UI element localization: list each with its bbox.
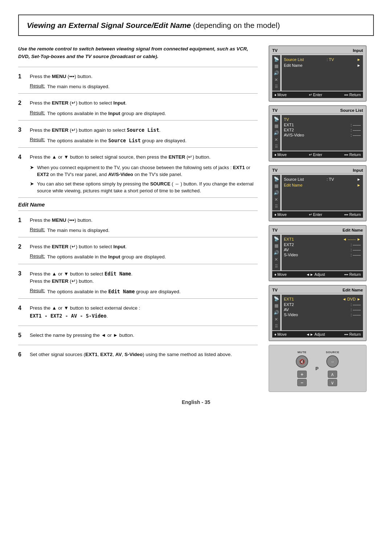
edit-step-3-text: Press the ▲ or ▼ button to select Edit N… — [30, 270, 258, 285]
tv1-edit-name-arrow: ► — [357, 63, 361, 68]
step-1-content: Press the MENU (▪▪▪) button. — [30, 73, 258, 82]
ch-down-button[interactable]: ∨ — [328, 379, 337, 386]
tv2-ext1-value: : ------ — [351, 123, 361, 127]
bullet-2: ➤ You can also set these options simply … — [30, 180, 258, 195]
result-label-3: Result: — [30, 137, 45, 144]
step-3-num: 3 — [18, 127, 26, 135]
edit-step-4-text: Press the ▲ or ▼ button to select extern… — [30, 305, 258, 320]
step-1-text: Press the MENU (▪▪▪) button. — [30, 73, 258, 80]
tv-screen-4-header: TV Edit Name — [272, 228, 363, 233]
step-3-result: Result: The options available in the Sou… — [30, 137, 258, 144]
divider-10 — [18, 326, 258, 326]
edit-step-1-result: Result: The main menu is displayed. — [30, 227, 258, 234]
edit-result-text-1: The main menu is displayed. — [47, 227, 110, 234]
edit-step-3-num: 3 — [18, 270, 26, 287]
tv-screen-4-footer: ♦ Move ◄► Adjust ▪▪▪ Return — [272, 271, 363, 278]
edit-step-1-text: Press the MENU (▪▪▪) button. — [30, 217, 258, 224]
ch-up-button[interactable]: ∧ — [328, 371, 337, 378]
divider-5 — [18, 197, 258, 198]
page-footer: English - 35 — [18, 399, 374, 405]
tv4-svideo-label: S-Video — [284, 253, 298, 257]
tv5-icon-speaker: 🔊 — [274, 310, 279, 315]
step-2-text: Press the ENTER (↵) button to select Inp… — [30, 99, 258, 107]
divider-1 — [18, 67, 258, 67]
tv3-source-list-value: : TV — [327, 177, 334, 181]
tv2-icon-speaker: 🔊 — [274, 130, 279, 135]
step-2-content: Press the ENTER (↵) button to select Inp… — [30, 99, 258, 108]
tv5-move: ♦ Move — [274, 332, 287, 336]
tv1-icon-speaker: 🔊 — [274, 70, 279, 75]
tv4-icon-x: ✕ — [274, 257, 278, 262]
vol-down-button[interactable]: − — [297, 379, 307, 386]
tv2-return: ▪▪▪ Return — [344, 152, 361, 157]
tv1-return: ▪▪▪ Return — [344, 93, 361, 97]
page: Viewing an External Signal Source/Edit N… — [0, 0, 392, 535]
mute-label: MUTE — [298, 351, 307, 354]
tv2-av-value: : ------ — [351, 133, 361, 137]
tv-screen-4-right: Edit Name — [343, 228, 363, 232]
tv-screen-3-footer: ♦ Move ↵ Enter ▪▪▪ Return — [272, 211, 363, 218]
tv1-icon-x: ✕ — [274, 77, 278, 82]
step-4-row: 4 Press the ▲ or ▼ button to select sign… — [18, 151, 258, 164]
tv3-icon-grid: ▦ — [274, 183, 278, 188]
tv3-enter: ↵ Enter — [309, 212, 322, 217]
step-3-row: 3 Press the ENTER (↵) button again to se… — [18, 123, 258, 137]
tv4-return: ▪▪▪ Return — [344, 272, 361, 277]
tv4-ext1-label: EXT1 — [284, 237, 294, 241]
edit-step-2-text: Press the ENTER (↵) button to select Inp… — [30, 243, 258, 250]
tv-screen-2-left: TV — [272, 108, 278, 113]
title-bold: Viewing an External Signal Source/Edit N… — [27, 21, 191, 29]
tv5-adjust: ◄► Adjust — [306, 332, 325, 336]
tv4-adjust: ◄► Adjust — [306, 272, 325, 277]
edit-step-1-row: 1 Press the MENU (▪▪▪) button. — [18, 214, 258, 227]
tv-screen-1-footer: ♦ Move ↵ Enter ▪▪▪ Return — [272, 91, 363, 98]
step-4-num: 4 — [18, 154, 26, 162]
divider-2 — [18, 93, 258, 94]
tv1-source-list-label: Source List — [284, 57, 304, 62]
tv1-icon-dots: ⠿ — [275, 84, 278, 89]
tv4-icon-antenna: 📡 — [274, 236, 279, 241]
tv3-move: ♦ Move — [274, 212, 287, 217]
edit-step-6-row: 6 Set other signal sources (EXT1, EXT2, … — [18, 348, 258, 361]
edit-step-4-content: Press the ▲ or ▼ button to select extern… — [30, 305, 258, 321]
tv2-move: ♦ Move — [274, 152, 287, 157]
tv-screen-3-left: TV — [272, 168, 278, 172]
edit-step-5-row: 5 Select the name by pressing the ◄ or ►… — [18, 329, 258, 342]
p-label: P — [315, 366, 319, 371]
edit-result-text-2: The options available in the Input group… — [47, 253, 166, 261]
tv5-av-value: : ------ — [351, 307, 361, 312]
tv4-svideo-value: : ------ — [351, 253, 361, 257]
tv3-edit-name-arrow: ► — [357, 183, 361, 187]
step-1-num: 1 — [18, 73, 26, 82]
tv3-icon-antenna: 📡 — [274, 176, 279, 181]
edit-step-5-num: 5 — [18, 332, 26, 340]
step-3-content: Press the ENTER (↵) button again to sele… — [30, 126, 258, 135]
main-layout: Use the remote control to switch between… — [18, 45, 374, 392]
source-button[interactable]: ↔ — [326, 355, 339, 368]
tv5-ext1-value: ◄ DVD ► — [342, 297, 361, 301]
edit-step-6-text: Set other signal sources (EXT1, EXT2, AV… — [30, 351, 258, 358]
vol-up-button[interactable]: + — [297, 371, 307, 378]
edit-step-4-row: 4 Press the ▲ or ▼ button to select exte… — [18, 302, 258, 323]
tv4-av-label: AV — [284, 248, 289, 252]
tv2-icon-grid: ▦ — [274, 123, 278, 128]
tv2-ext1-label: EXT1 — [284, 123, 294, 127]
edit-result-label-2: Result: — [30, 253, 45, 261]
result-text-2: The options available in the Input group… — [47, 110, 166, 117]
result-label-1: Result: — [30, 83, 45, 90]
step-1-row: 1 Press the MENU (▪▪▪) button. — [18, 70, 258, 83]
right-column: TV Input 📡 ▦ 🔊 ✕ ⠿ Source List : TV — [269, 45, 374, 392]
tv1-source-list-value: : TV — [327, 57, 334, 62]
edit-step-2-row: 2 Press the ENTER (↵) button to select I… — [18, 240, 258, 253]
arrow-icon-2: ➤ — [30, 181, 34, 195]
edit-step-3-content: Press the ▲ or ▼ button to select Edit N… — [30, 270, 258, 287]
source-label: SOURCE — [326, 351, 339, 354]
remote-control: MUTE 🔇 + − P SOURCE ↔ — [269, 345, 367, 392]
intro-paragraph: Use the remote control to switch between… — [18, 45, 258, 60]
tv5-return: ▪▪▪ Return — [344, 332, 361, 336]
tv5-svideo-label: S-Video — [284, 313, 298, 317]
tv5-icon-antenna: 📡 — [274, 296, 279, 301]
tv4-move: ♦ Move — [274, 272, 287, 277]
mute-button[interactable]: 🔇 — [296, 355, 308, 368]
tv-screen-1: TV Input 📡 ▦ 🔊 ✕ ⠿ Source List : TV — [269, 45, 367, 102]
